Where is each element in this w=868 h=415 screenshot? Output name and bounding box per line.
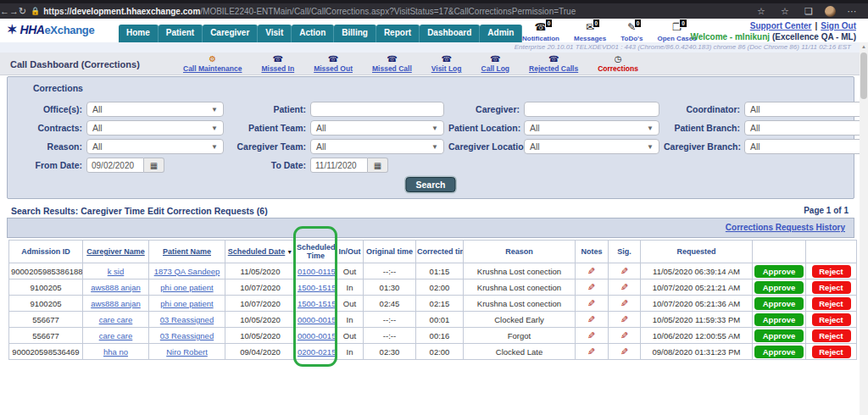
quick-notification[interactable]: ☎0Notification bbox=[522, 22, 559, 42]
reject-button[interactable]: Reject bbox=[812, 329, 851, 342]
caregiver-team-select[interactable]: All▼ bbox=[310, 139, 444, 154]
caregiver-name-link[interactable]: care care bbox=[99, 331, 133, 340]
caregiver-branch-select[interactable]: All▼ bbox=[744, 139, 868, 154]
address-bar[interactable]: https://development.hhaexchange.com/MOBI… bbox=[43, 7, 750, 16]
back-arrow-icon[interactable]: ← bbox=[0, 6, 9, 17]
col-header-caregiver-name[interactable]: Caregiver Name bbox=[83, 241, 149, 263]
approve-button[interactable]: Approve bbox=[754, 297, 804, 310]
caregiver-location-select[interactable]: All▼ bbox=[524, 139, 659, 154]
patient-branch-select[interactable]: All▼ bbox=[744, 120, 868, 136]
col-header-scheduled-date[interactable]: Scheduled Date▼ bbox=[225, 241, 296, 263]
note-edit-icon[interactable]: ✎ bbox=[587, 298, 595, 309]
nav-tab-admin[interactable]: Admin bbox=[480, 25, 522, 42]
vertical-scrollbar[interactable]: ▲ bbox=[860, 42, 868, 415]
dashboard-tab-corrections[interactable]: ◷Corrections bbox=[598, 54, 638, 73]
corrections-requests-history-link[interactable]: Corrections Requests History bbox=[726, 223, 845, 232]
nav-tab-visit[interactable]: Visit bbox=[258, 25, 292, 42]
quick-messages[interactable]: ✉0Messages bbox=[574, 22, 606, 42]
nav-tab-home[interactable]: Home bbox=[119, 25, 159, 42]
note-edit-icon[interactable]: ✎ bbox=[620, 298, 628, 309]
col-header-patient-name[interactable]: Patient Name bbox=[149, 241, 225, 263]
approve-button[interactable]: Approve bbox=[754, 329, 804, 342]
note-edit-icon[interactable]: ✎ bbox=[620, 330, 628, 341]
dashboard-tab-missed-in[interactable]: ☎Missed In bbox=[261, 54, 294, 73]
note-edit-icon[interactable]: ✎ bbox=[587, 282, 595, 293]
more-menu-icon[interactable]: ⋯ bbox=[841, 6, 863, 17]
reject-button[interactable]: Reject bbox=[812, 313, 851, 326]
scroll-up-arrow-icon[interactable]: ▲ bbox=[860, 42, 868, 51]
caregiver-input[interactable] bbox=[524, 102, 659, 117]
dashboard-tab-missed-out[interactable]: ☎Missed Out bbox=[314, 54, 353, 73]
patient-input[interactable] bbox=[310, 102, 444, 117]
quick-todo-s[interactable]: ✎0ToDo's bbox=[620, 22, 643, 42]
patient-name-link[interactable]: Niro Robert bbox=[166, 347, 208, 357]
approve-button[interactable]: Approve bbox=[754, 281, 804, 294]
approve-button[interactable]: Approve bbox=[754, 313, 804, 326]
nav-tab-report[interactable]: Report bbox=[376, 25, 420, 42]
calendar-icon[interactable]: ▦ bbox=[144, 158, 164, 173]
patient-team-select[interactable]: All▼ bbox=[310, 120, 444, 136]
note-edit-icon[interactable]: ✎ bbox=[620, 314, 628, 325]
approve-button[interactable]: Approve bbox=[754, 265, 804, 278]
profile-avatar[interactable] bbox=[825, 6, 836, 17]
reject-button[interactable]: Reject bbox=[812, 346, 851, 358]
forward-arrow-icon[interactable]: → bbox=[9, 6, 19, 17]
dashboard-tab-call-log[interactable]: ☎Call Log bbox=[481, 54, 510, 73]
scheduled-time-link[interactable]: 0000-0015 bbox=[298, 315, 336, 324]
patient-name-link[interactable]: 03 Reassigned bbox=[160, 331, 214, 340]
collections-icon[interactable]: ❏ bbox=[798, 6, 820, 17]
patient-name-link[interactable]: phi one patient bbox=[160, 299, 213, 308]
browser-nav-icons[interactable]: ←→↻ bbox=[0, 6, 22, 17]
coordinator-select[interactable]: All▼ bbox=[744, 102, 868, 117]
calendar-icon[interactable]: ▦ bbox=[368, 158, 388, 173]
dashboard-tab-rejected-calls[interactable]: ☎Rejected Calls bbox=[529, 54, 578, 73]
reject-button[interactable]: Reject bbox=[812, 281, 851, 294]
scrollbar-thumb[interactable] bbox=[860, 53, 867, 99]
scheduled-time-link[interactable]: 0100-0115 bbox=[298, 267, 336, 276]
caregiver-name-link[interactable]: hha no bbox=[103, 347, 128, 357]
support-center-link[interactable]: Support Center bbox=[750, 21, 812, 30]
scheduled-time-link[interactable]: 0200-0215 bbox=[298, 347, 336, 357]
note-edit-icon[interactable]: ✎ bbox=[620, 346, 628, 357]
column-sort-link[interactable]: Patient Name bbox=[163, 247, 211, 256]
column-sort-link[interactable]: Scheduled Date bbox=[228, 247, 286, 256]
nav-tab-billing[interactable]: Billing bbox=[334, 25, 376, 42]
nav-tab-action[interactable]: Action bbox=[292, 25, 334, 42]
refresh-icon[interactable]: ↻ bbox=[19, 6, 26, 17]
reject-button[interactable]: Reject bbox=[812, 297, 851, 310]
dashboard-tab-call-maintenance[interactable]: ⚙Call Maintenance bbox=[183, 54, 242, 73]
column-sort-link[interactable]: Caregiver Name bbox=[86, 247, 145, 256]
nav-tab-caregiver[interactable]: Caregiver bbox=[203, 25, 258, 42]
note-edit-icon[interactable]: ✎ bbox=[587, 346, 595, 357]
note-edit-icon[interactable]: ✎ bbox=[587, 314, 595, 325]
patient-location-select[interactable]: All▼ bbox=[524, 120, 659, 136]
note-edit-icon[interactable]: ✎ bbox=[620, 266, 628, 277]
dashboard-tab-missed-call[interactable]: ☎Missed Call bbox=[372, 54, 412, 73]
sign-out-link[interactable]: Sign Out bbox=[821, 21, 856, 30]
reason-select[interactable]: All▼ bbox=[86, 139, 224, 154]
scheduled-time-link[interactable]: 0000-0015 bbox=[298, 331, 336, 340]
from-date-input[interactable]: 09/02/2020 bbox=[86, 158, 144, 173]
favorite-star-icon[interactable]: ☆ bbox=[750, 6, 772, 17]
note-edit-icon[interactable]: ✎ bbox=[620, 282, 628, 293]
patient-name-link[interactable]: 1873 QA Sandeep bbox=[154, 267, 220, 276]
patient-name-link[interactable]: 03 Reassigned bbox=[160, 315, 214, 324]
to-date-input[interactable]: 11/11/2020 bbox=[310, 158, 368, 173]
caregiver-name-link[interactable]: care care bbox=[99, 315, 133, 324]
scheduled-time-link[interactable]: 1500-1515 bbox=[298, 299, 336, 308]
reject-button[interactable]: Reject bbox=[812, 265, 851, 278]
caregiver-name-link[interactable]: aws888 anjan bbox=[91, 299, 141, 308]
search-button[interactable]: Search bbox=[405, 177, 455, 192]
patient-name-link[interactable]: phi one patient bbox=[160, 283, 213, 292]
nav-tab-patient[interactable]: Patient bbox=[159, 25, 203, 42]
caregiver-name-link[interactable]: k sid bbox=[108, 267, 125, 276]
favorites-list-icon[interactable]: ☆ bbox=[774, 6, 796, 17]
nav-tab-dashboard[interactable]: Dashboard bbox=[420, 25, 480, 42]
offices-select[interactable]: All▼ bbox=[86, 102, 224, 117]
caregiver-name-link[interactable]: aws888 anjan bbox=[91, 283, 141, 292]
scheduled-time-link[interactable]: 1500-1515 bbox=[298, 283, 336, 292]
contracts-select[interactable]: All▼ bbox=[86, 120, 224, 136]
approve-button[interactable]: Approve bbox=[754, 346, 804, 358]
dashboard-tab-visit-log[interactable]: ☎Visit Log bbox=[431, 54, 462, 73]
note-edit-icon[interactable]: ✎ bbox=[587, 330, 595, 341]
